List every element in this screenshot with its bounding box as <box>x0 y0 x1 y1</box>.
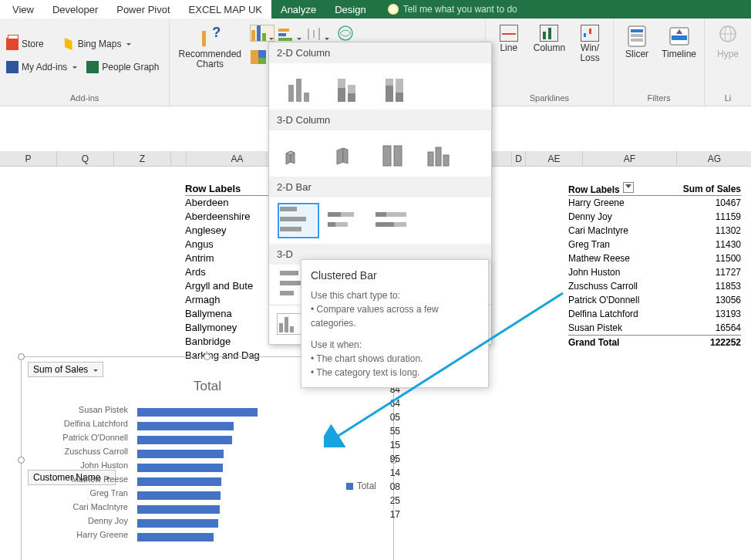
group-filters: Slicer Timeline Filters <box>614 19 705 106</box>
chart-bar: John Huston <box>137 460 353 474</box>
chart-bar: Greg Tran <box>137 488 353 502</box>
sparkline-column-button[interactable]: Column <box>530 22 568 56</box>
pivot-right-header-sum: Sum of Sales <box>672 182 741 195</box>
sparkline-winloss-icon <box>581 25 599 42</box>
lightbulb-icon <box>388 4 399 15</box>
svg-rect-31 <box>443 155 449 166</box>
tab-excelmapuk[interactable]: EXCEL MAP UK <box>180 2 271 18</box>
chart-field-sum-button[interactable]: Sum of Sales <box>28 362 103 377</box>
chart-legend[interactable]: Total <box>346 481 376 491</box>
colhdr[interactable] <box>171 151 187 166</box>
tab-design[interactable]: Design <box>325 2 375 18</box>
tooltip-line: • The chart shows duration. <box>311 352 479 366</box>
tab-developer[interactable]: Developer <box>43 2 107 18</box>
sparkline-winloss-button[interactable]: Win/ Loss <box>571 22 608 66</box>
pivot-right-row[interactable]: Cari MacIntyre11302 <box>568 224 741 238</box>
sparkline-column-icon <box>540 25 558 42</box>
tab-analyze[interactable]: Analyze <box>271 2 325 18</box>
svg-point-6 <box>338 26 352 40</box>
dropdown-section-3d-column: 3-D Column <box>269 110 491 130</box>
map-icon <box>337 25 354 41</box>
chart-bar: Harry Greene <box>137 530 353 544</box>
partial-cell-values: 84640555159514082517 <box>383 383 400 521</box>
chart-resize-handle[interactable] <box>18 353 25 360</box>
insert-bar-chart-button[interactable] <box>278 25 302 42</box>
pivot-right-row[interactable]: Patrick O'Donnell13056 <box>568 293 741 307</box>
colhdr[interactable]: Z <box>114 151 171 166</box>
addin-icon <box>6 61 19 73</box>
svg-rect-30 <box>436 147 441 166</box>
tab-view[interactable]: View <box>3 2 43 18</box>
filter-icon[interactable] <box>623 182 634 193</box>
pivot-right-row[interactable]: Denny Joy11159 <box>568 210 741 224</box>
timeline-icon <box>668 25 690 48</box>
pivot-right-row[interactable]: Delfina Latchford13193 <box>568 307 741 321</box>
colhdr[interactable]: AF <box>583 151 677 166</box>
100-stacked-column-option[interactable] <box>376 71 413 102</box>
pivot-right-row[interactable]: John Huston11727 <box>568 265 741 279</box>
stacked-column-option[interactable] <box>328 71 365 102</box>
chart-resize-handle[interactable] <box>18 457 25 464</box>
svg-rect-28 <box>394 146 402 166</box>
3d-column-option[interactable] <box>423 138 460 169</box>
clustered-bar-option[interactable] <box>280 205 317 236</box>
chart-plot-area[interactable]: Susan PistekDelfina LatchfordPatrick O'D… <box>137 405 353 559</box>
pivot-right-row[interactable]: Susan Pistek16564 <box>568 321 741 335</box>
svg-rect-8 <box>258 50 266 58</box>
slicer-button[interactable]: Slicer <box>618 22 655 62</box>
bing-maps-button[interactable]: Bing Maps <box>61 36 133 52</box>
dropdown-section-2d-bar: 2-D Bar <box>269 177 491 197</box>
pivot-right-row[interactable]: Mathew Reese11500 <box>568 251 741 265</box>
tell-me-label: Tell me what you want to do <box>403 4 517 15</box>
column-chart-icon <box>251 24 266 41</box>
3d-100-stacked-column-option[interactable] <box>376 138 413 169</box>
pivot-right-grandtotal[interactable]: Grand Total122252 <box>568 335 741 349</box>
chart-bar: Delfina Latchford <box>137 419 353 433</box>
svg-rect-9 <box>258 58 266 64</box>
chart-resize-handle[interactable] <box>204 353 210 360</box>
3d-stacked-column-option[interactable] <box>328 138 365 169</box>
ribbon-tabs: View Developer Power Pivot EXCEL MAP UK … <box>0 0 751 19</box>
chart-bar: Cari MacIntyre <box>137 502 353 516</box>
svg-rect-19 <box>631 34 643 37</box>
pivot-table-right[interactable]: Row Labels Sum of Sales Harry Greene1046… <box>568 182 741 349</box>
colhdr[interactable]: AE <box>526 151 583 166</box>
recommended-charts-icon <box>199 25 221 48</box>
recommended-charts-button[interactable]: Recommended Charts <box>174 22 245 73</box>
svg-rect-27 <box>383 146 391 166</box>
tooltip-line: • Compare values across a few categories… <box>311 302 479 330</box>
insert-map-chart-button[interactable] <box>333 25 358 42</box>
svg-rect-22 <box>672 35 687 40</box>
stacked-bar-option[interactable] <box>328 205 365 236</box>
insert-stock-chart-button[interactable] <box>305 25 330 42</box>
pivot-right-row[interactable]: Zuschuss Carroll11853 <box>568 279 741 293</box>
insert-column-chart-button[interactable] <box>250 25 274 42</box>
hyperlink-button[interactable]: Hype <box>709 22 746 62</box>
3d-clustered-column-option[interactable] <box>280 138 317 169</box>
people-graph-button[interactable]: People Graph <box>85 59 160 75</box>
100-stacked-bar-option[interactable] <box>376 205 413 236</box>
chart-bar: Denny Joy <box>137 516 353 530</box>
group-addins: Store Bing Maps My Add-ins People Graph … <box>0 19 170 106</box>
sparkline-line-button[interactable]: Line <box>490 22 527 56</box>
legend-swatch <box>346 483 353 490</box>
colhdr[interactable]: AG <box>677 151 751 166</box>
tell-me-search[interactable]: Tell me what you want to do <box>376 4 517 15</box>
store-icon <box>6 38 19 50</box>
tab-powerpivot[interactable]: Power Pivot <box>107 2 179 18</box>
colhdr[interactable]: Q <box>57 151 114 166</box>
pivot-right-row[interactable]: Harry Greene10467 <box>568 196 741 210</box>
colhdr[interactable]: P <box>0 151 57 166</box>
clustered-column-option[interactable] <box>280 71 317 102</box>
my-addins-button[interactable]: My Add-ins <box>5 59 79 75</box>
svg-rect-20 <box>631 39 643 42</box>
colhdr[interactable]: D <box>512 151 526 166</box>
slicer-icon <box>626 25 648 48</box>
tooltip-title: Clustered Bar <box>311 268 479 284</box>
timeline-button[interactable]: Timeline <box>658 22 699 62</box>
bing-icon <box>62 38 75 50</box>
pivot-right-row[interactable]: Greg Tran11430 <box>568 238 741 251</box>
svg-rect-29 <box>428 152 433 166</box>
store-button[interactable]: Store <box>5 36 45 52</box>
hyperlink-icon <box>717 25 739 48</box>
